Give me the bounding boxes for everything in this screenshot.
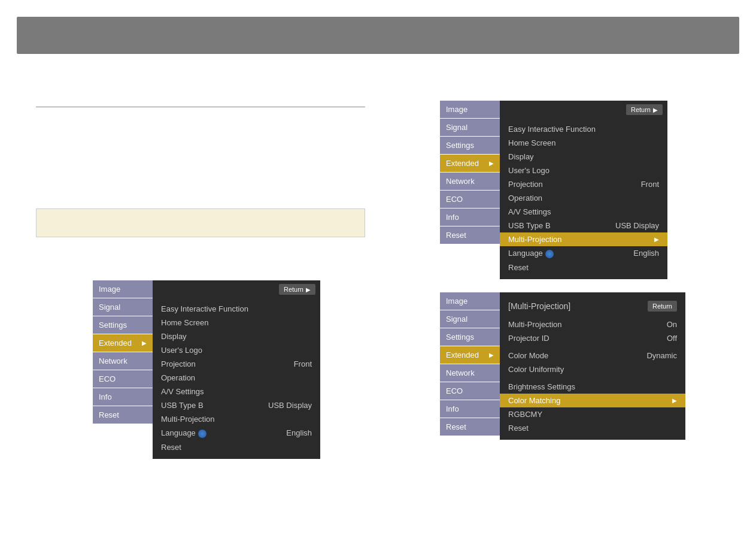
mp-dropdown-item-reset-item[interactable]: Reset (500, 421, 685, 435)
sidebar-item-info[interactable]: Info (440, 400, 500, 418)
dropdown-item-reset-item[interactable]: Reset (500, 261, 667, 274)
mp-dropdown-item-projector-id[interactable]: Projector IDOff (500, 331, 685, 345)
dropdown-item-label-users-logo: User's Logo (508, 166, 549, 175)
sidebar-item-label-network: Network (446, 368, 475, 377)
sidebar-item-settings[interactable]: Settings (93, 316, 153, 334)
sidebar-item-eco[interactable]: ECO (440, 382, 500, 400)
dropdown-item-label-multi-projection: Multi-Projection (161, 415, 215, 424)
sidebar-item-eco[interactable]: ECO (93, 370, 153, 388)
dropdown-item-label-usb-type-b: USB Type B (508, 221, 551, 230)
mp-dropdown-label-color-uniformity: Color Uniformity (508, 365, 564, 374)
dropdown-item-users-logo[interactable]: User's Logo (500, 164, 667, 177)
dropdown-item-label-usb-type-b: USB Type B (161, 401, 204, 410)
bottom-left-return-button[interactable]: Return ▶ (279, 284, 315, 295)
dropdown-item-projection[interactable]: ProjectionFront (153, 357, 320, 371)
dropdown-item-projection[interactable]: ProjectionFront (500, 177, 667, 191)
sidebar-item-reset[interactable]: Reset (440, 418, 500, 436)
dropdown-item-label-projection: Projection (161, 359, 196, 368)
sidebar-item-label-extended: Extended (446, 159, 479, 168)
sidebar-item-reset[interactable]: Reset (93, 406, 153, 424)
sidebar-item-label-signal: Signal (446, 315, 467, 324)
sidebar-item-image[interactable]: Image (93, 280, 153, 298)
sidebar-item-label-info: Info (446, 404, 459, 413)
sidebar-item-info[interactable]: Info (93, 388, 153, 406)
dropdown-item-easy-interactive[interactable]: Easy Interactive Function (153, 302, 320, 316)
bottom-left-dropdown: Return ▶ Easy Interactive FunctionHome S… (153, 280, 320, 459)
dropdown-item-multi-projection[interactable]: Multi-Projection (153, 412, 320, 426)
sidebar-item-reset[interactable]: Reset (440, 226, 500, 244)
mp-dropdown-label-rgbcmy: RGBCMY (508, 410, 542, 419)
dropdown-item-label-language: Language (161, 428, 207, 438)
mp-dropdown-item-color-matching[interactable]: Color Matching▶ (500, 394, 685, 407)
sidebar-item-signal[interactable]: Signal (440, 119, 500, 136)
sidebar-item-extended[interactable]: Extended▶ (440, 346, 500, 364)
dropdown-item-operation[interactable]: Operation (500, 191, 667, 205)
bottom-right-dropdown: [Multi-Projection] Return Multi-Projecti… (500, 292, 685, 440)
sidebar-item-signal[interactable]: Signal (440, 310, 500, 328)
sidebar-item-label-extended: Extended (446, 350, 479, 359)
dropdown-item-easy-interactive[interactable]: Easy Interactive Function (500, 122, 667, 136)
dropdown-item-home-screen[interactable]: Home Screen (500, 136, 667, 150)
dropdown-item-label-multi-projection: Multi-Projection (508, 235, 562, 244)
sidebar-item-image[interactable]: Image (440, 292, 500, 310)
return-arrow-icon-bl: ▶ (306, 286, 311, 293)
top-right-sidebar: ImageSignalSettingsExtended▶NetworkECOIn… (440, 101, 500, 279)
top-right-extended-menu: ImageSignalSettingsExtended▶NetworkECOIn… (440, 101, 667, 279)
dropdown-item-usb-type-b[interactable]: USB Type BUSB Display (153, 398, 320, 412)
dropdown-item-av-settings[interactable]: A/V Settings (500, 205, 667, 219)
dropdown-item-label-easy-interactive: Easy Interactive Function (161, 304, 248, 313)
sidebar-item-settings[interactable]: Settings (440, 328, 500, 346)
sidebar-item-settings[interactable]: Settings (440, 137, 500, 154)
sidebar-item-label-eco: ECO (99, 374, 116, 383)
dropdown-item-value-language: English (633, 249, 659, 258)
dropdown-item-usb-type-b[interactable]: USB Type BUSB Display (500, 219, 667, 232)
mp-dropdown-item-rgbcmy[interactable]: RGBCMY (500, 407, 685, 421)
top-right-return-label: Return (631, 106, 651, 113)
dropdown-item-label-operation: Operation (508, 194, 542, 202)
dropdown-item-label-users-logo: User's Logo (161, 346, 202, 355)
sidebar-item-image[interactable]: Image (440, 101, 500, 118)
sidebar-item-extended[interactable]: Extended▶ (93, 334, 153, 352)
mp-dropdown-label-brightness-settings: Brightness Settings (508, 382, 575, 391)
sidebar-item-network[interactable]: Network (93, 352, 153, 370)
sidebar-item-network[interactable]: Network (440, 173, 500, 190)
dropdown-item-av-settings[interactable]: A/V Settings (153, 385, 320, 398)
mp-dropdown-label-color-matching: Color Matching (508, 396, 560, 405)
sidebar-item-info[interactable]: Info (440, 208, 500, 226)
dropdown-item-home-screen[interactable]: Home Screen (153, 316, 320, 330)
bottom-right-return-button[interactable]: Return (648, 301, 677, 312)
top-right-dropdown: Return ▶ Easy Interactive FunctionHome S… (500, 101, 667, 279)
header-bar (17, 17, 739, 54)
sidebar-item-label-signal: Signal (446, 123, 467, 132)
dropdown-arrow-icon-multi-projection: ▶ (654, 236, 659, 243)
sidebar-item-extended[interactable]: Extended▶ (440, 155, 500, 172)
sidebar-item-signal[interactable]: Signal (93, 298, 153, 316)
dropdown-item-display[interactable]: Display (153, 330, 320, 343)
dropdown-item-label-reset-item: Reset (508, 263, 529, 272)
dropdown-item-label-operation: Operation (161, 373, 195, 382)
dropdown-item-label-reset-item: Reset (161, 443, 181, 452)
dropdown-item-label-av-settings: A/V Settings (508, 207, 551, 216)
dropdown-item-users-logo[interactable]: User's Logo (153, 343, 320, 357)
mp-dropdown-label-multi-projection: Multi-Projection (508, 320, 562, 329)
mp-dropdown-item-brightness-settings[interactable]: Brightness Settings (500, 380, 685, 394)
sidebar-item-label-settings: Settings (99, 321, 127, 330)
mp-dropdown-item-color-uniformity[interactable]: Color Uniformity (500, 362, 685, 376)
dropdown-item-display[interactable]: Display (500, 150, 667, 164)
mp-dropdown-item-color-mode[interactable]: Color ModeDynamic (500, 349, 685, 362)
dropdown-item-multi-projection[interactable]: Multi-Projection▶ (500, 232, 667, 246)
top-right-return-button[interactable]: Return ▶ (626, 104, 663, 115)
dropdown-item-label-display: Display (508, 152, 534, 161)
dropdown-item-language[interactable]: LanguageEnglish (500, 246, 667, 261)
mp-dropdown-item-multi-projection[interactable]: Multi-ProjectionOn (500, 318, 685, 331)
dropdown-item-operation[interactable]: Operation (153, 371, 320, 385)
sidebar-item-network[interactable]: Network (440, 364, 500, 382)
mp-dropdown-value-projector-id: Off (667, 334, 677, 343)
dropdown-item-label-language: Language (508, 249, 554, 258)
multi-proj-title: [Multi-Projection] (508, 301, 570, 311)
return-arrow-icon: ▶ (653, 107, 658, 113)
dropdown-item-language[interactable]: LanguageEnglish (153, 426, 320, 440)
multi-proj-header: [Multi-Projection] Return (500, 297, 685, 315)
sidebar-item-eco[interactable]: ECO (440, 191, 500, 208)
dropdown-item-reset-item[interactable]: Reset (153, 440, 320, 454)
